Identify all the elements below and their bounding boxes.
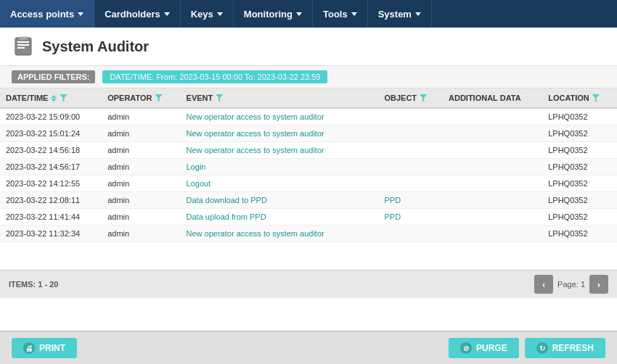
table-row: 2023-03-22 15:09:00 admin New operator a…	[0, 108, 617, 125]
page-header: System Auditor	[0, 28, 617, 66]
cell-object	[378, 142, 443, 159]
cell-additional-data	[443, 192, 542, 209]
nav-monitoring-caret	[296, 12, 302, 16]
nav-cardholders[interactable]: Cardholders	[94, 0, 181, 28]
col-additional-data: ADDITIONAL DATA	[443, 88, 542, 108]
main-content: System Auditor APPLIED FILTERS: DATE/TIM…	[0, 28, 617, 331]
cell-operator: admin	[102, 125, 180, 142]
cell-location: LPHQ0352	[542, 226, 617, 242]
filters-bar: APPLIED FILTERS: DATE/TIME: From: 2023-0…	[0, 66, 617, 88]
top-navigation: Access points Cardholders Keys Monitorin…	[0, 0, 617, 28]
datetime-sort-icon	[51, 95, 57, 102]
nav-system[interactable]: System	[368, 0, 432, 28]
table-header: DATE/TIME OPERATOR	[0, 88, 617, 108]
cell-datetime: 2023-03-22 11:41:44	[0, 209, 102, 226]
object-filter-icon[interactable]	[420, 94, 427, 102]
bottom-bar: 🖨 PRINT ⊘ PURGE ↻ REFRESH	[0, 331, 617, 364]
cell-event: Logout	[181, 175, 379, 192]
cell-datetime: 2023-03-22 15:01:24	[0, 125, 102, 142]
location-filter-icon[interactable]	[592, 94, 600, 102]
cell-operator: admin	[102, 209, 180, 226]
cell-event: Data download to PPD	[181, 192, 379, 209]
table-row: 2023-03-22 12:08:11 admin Data download …	[0, 192, 617, 209]
table-wrapper[interactable]: DATE/TIME OPERATOR	[0, 88, 617, 270]
print-icon: 🖨	[23, 342, 35, 354]
cell-additional-data	[443, 108, 542, 125]
table-row: 2023-03-22 14:56:18 admin New operator a…	[0, 142, 617, 159]
table-row: 2023-03-22 14:12:55 admin Logout LPHQ035…	[0, 175, 617, 192]
nav-cardholders-label: Cardholders	[105, 9, 160, 20]
cell-additional-data	[443, 175, 542, 192]
nav-system-label: System	[378, 9, 412, 20]
table-body: 2023-03-22 15:09:00 admin New operator a…	[0, 108, 617, 242]
event-filter-icon[interactable]	[216, 94, 223, 102]
svg-rect-0	[15, 38, 31, 55]
cell-object	[378, 159, 443, 175]
cell-location: LPHQ0352	[542, 209, 617, 226]
nav-tools[interactable]: Tools	[313, 0, 368, 28]
cell-event: Data upload from PPD	[181, 209, 379, 226]
cell-additional-data	[443, 209, 542, 226]
prev-page-button[interactable]: ‹	[534, 275, 553, 294]
cell-additional-data	[443, 125, 542, 142]
cell-location: LPHQ0352	[542, 108, 617, 125]
cell-operator: admin	[102, 142, 180, 159]
cell-event: New operator access to system auditor	[181, 142, 379, 159]
purge-button[interactable]: ⊘ PURGE	[449, 338, 519, 358]
col-datetime[interactable]: DATE/TIME	[0, 88, 102, 108]
cell-datetime: 2023-03-22 14:56:18	[0, 142, 102, 159]
items-info: ITEMS: 1 - 20	[9, 280, 58, 289]
nav-monitoring-label: Monitoring	[244, 9, 293, 20]
table-row: 2023-03-22 11:32:34 admin New operator a…	[0, 226, 617, 242]
nav-access-points[interactable]: Access points	[0, 0, 94, 28]
nav-access-points-label: Access points	[10, 9, 74, 20]
cell-datetime: 2023-03-22 12:08:11	[0, 192, 102, 209]
table-row: 2023-03-22 15:01:24 admin New operator a…	[0, 125, 617, 142]
cell-operator: admin	[102, 108, 180, 125]
cell-datetime: 2023-03-22 11:32:34	[0, 226, 102, 242]
cell-event: New operator access to system auditor	[181, 108, 379, 125]
cell-operator: admin	[102, 159, 180, 175]
cell-operator: admin	[102, 226, 180, 242]
refresh-button[interactable]: ↻ REFRESH	[525, 338, 605, 358]
table-row: 2023-03-22 14:56:17 admin Login LPHQ0352	[0, 159, 617, 175]
col-location[interactable]: LOCATION	[542, 88, 617, 108]
print-label: PRINT	[39, 343, 65, 353]
svg-rect-4	[19, 37, 28, 40]
refresh-label: REFRESH	[552, 343, 594, 353]
col-event[interactable]: EVENT	[181, 88, 379, 108]
purge-label: PURGE	[476, 343, 507, 353]
nav-monitoring[interactable]: Monitoring	[234, 0, 313, 28]
svg-rect-1	[17, 41, 29, 43]
svg-rect-3	[17, 47, 25, 49]
next-page-button[interactable]: ›	[589, 275, 608, 294]
page-title: System Auditor	[42, 38, 149, 55]
cell-location: LPHQ0352	[542, 125, 617, 142]
col-operator[interactable]: OPERATOR	[102, 88, 180, 108]
table-row: 2023-03-22 11:41:44 admin Data upload fr…	[0, 209, 617, 226]
page-info: Page: 1	[557, 280, 585, 289]
pagination-controls: ‹ Page: 1 ›	[534, 275, 608, 294]
svg-rect-2	[17, 44, 29, 46]
cell-object	[378, 125, 443, 142]
page-icon	[12, 35, 35, 58]
cell-location: LPHQ0352	[542, 142, 617, 159]
col-object[interactable]: OBJECT	[378, 88, 443, 108]
cell-additional-data	[443, 159, 542, 175]
filters-value: DATE/TIME: From: 2023-03-15 00:00 To: 20…	[102, 70, 327, 83]
operator-filter-icon[interactable]	[155, 94, 163, 102]
cell-object	[378, 108, 443, 125]
filters-label: APPLIED FILTERS:	[12, 70, 95, 83]
datetime-filter-icon[interactable]	[60, 94, 67, 102]
cell-operator: admin	[102, 192, 180, 209]
cell-object	[378, 175, 443, 192]
cell-object	[378, 226, 443, 242]
cell-object: PPD	[378, 209, 443, 226]
cell-event: New operator access to system auditor	[181, 125, 379, 142]
refresh-icon: ↻	[536, 342, 548, 354]
cell-location: LPHQ0352	[542, 192, 617, 209]
print-button[interactable]: 🖨 PRINT	[12, 338, 77, 358]
cell-location: LPHQ0352	[542, 159, 617, 175]
nav-keys-label: Keys	[191, 9, 213, 20]
nav-keys[interactable]: Keys	[181, 0, 234, 28]
